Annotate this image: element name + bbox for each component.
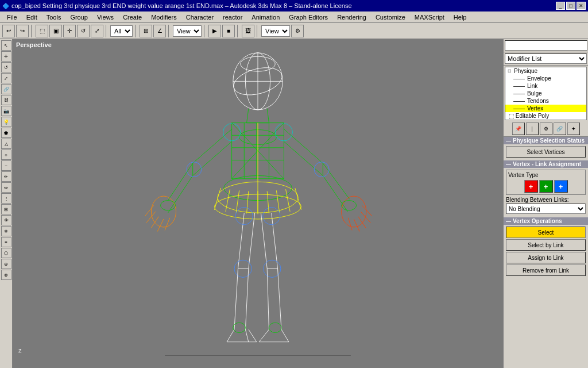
svg-line-35	[145, 205, 154, 216]
svg-line-40	[284, 129, 323, 163]
lt-freeze-btn[interactable]: ❄	[1, 226, 11, 236]
minimize-button[interactable]: _	[556, 2, 565, 10]
viewport[interactable]: Perspective .wf-green { stroke: #00cc00;…	[13, 39, 503, 368]
vertex-type-red-btn[interactable]: +	[524, 180, 538, 193]
lt-spline-btn[interactable]: ~	[1, 160, 11, 171]
angle-snap-button[interactable]: ∠	[153, 25, 166, 37]
menu-item-tools[interactable]: Tools	[42, 13, 66, 22]
svg-point-76	[233, 323, 246, 332]
svg-line-29	[193, 129, 232, 163]
star-btn[interactable]: ✦	[567, 122, 580, 135]
svg-line-30	[193, 141, 232, 175]
snap-button[interactable]: ⊞	[140, 25, 152, 37]
collapse-icon-2: —	[506, 162, 511, 167]
lt-snap-btn[interactable]: ⊞	[1, 204, 11, 214]
lt-helpers-btn[interactable]: ⬟	[1, 128, 11, 138]
config-btn[interactable]: ⚙	[540, 122, 552, 135]
undo-button[interactable]: ↩	[2, 25, 15, 37]
select-region-button[interactable]: ▣	[49, 25, 62, 37]
vertex-type-green-btn[interactable]: +	[539, 180, 553, 193]
lt-rotate-btn[interactable]: ↺	[1, 62, 11, 72]
select-vertices-button[interactable]: Select Vertices	[506, 146, 586, 158]
view-dropdown-1[interactable]: View	[173, 25, 202, 37]
play-button[interactable]: ▶	[208, 25, 221, 37]
vertex-link-header[interactable]: — Vertex - Link Assignment	[504, 160, 588, 168]
svg-line-59	[234, 269, 238, 329]
left-toolbar: ↖ ✛ ↺ ⤢ 🔗 ⛓ 📷 💡 ⬟ △ ○ ~ ✏ ⇔ ⋮ ⊞ 👁 ❄ ≡ ⬡ …	[0, 39, 13, 368]
lt-link-btn[interactable]: 🔗	[1, 84, 11, 94]
stack-item-bulge[interactable]: ——Bulge	[505, 90, 586, 97]
menu-item-reactor[interactable]: reactor	[218, 13, 247, 22]
lt-xref-btn[interactable]: ⊕	[1, 259, 11, 269]
vertex-ops-header[interactable]: — Vertex Operations	[504, 217, 588, 225]
close-button[interactable]: ✕	[577, 2, 586, 10]
lt-unlink-btn[interactable]: ⛓	[1, 95, 11, 105]
lt-camera-btn[interactable]: 📷	[1, 106, 11, 116]
menu-item-create[interactable]: Create	[118, 13, 146, 22]
stop-button[interactable]: ■	[222, 25, 235, 37]
separator-1	[31, 25, 33, 37]
lt-select-btn[interactable]: ↖	[1, 40, 11, 51]
svg-line-36	[146, 212, 156, 223]
lt-extra-btn[interactable]: ⊗	[1, 270, 11, 280]
view-dropdown-2[interactable]: View	[261, 25, 290, 37]
menu-item-views[interactable]: Views	[92, 13, 118, 22]
stack-item-envelope[interactable]: ——Envelope	[505, 75, 586, 82]
lt-hide-btn[interactable]: 👁	[1, 215, 11, 225]
lt-light-btn[interactable]: 💡	[1, 117, 11, 127]
svg-line-65	[261, 213, 267, 269]
rotate-button[interactable]: ↺	[77, 25, 90, 37]
title-text: cop_biped Setting 3rd physique 3rd END w…	[11, 2, 556, 9]
maximize-button[interactable]: □	[566, 2, 575, 10]
select-button[interactable]: Select	[506, 227, 586, 238]
menu-item-edit[interactable]: Edit	[22, 13, 42, 22]
lt-geo-btn[interactable]: △	[1, 139, 11, 149]
redo-button[interactable]: ↪	[16, 25, 29, 37]
menu-item-modifiers[interactable]: Modifiers	[146, 13, 181, 22]
svg-line-56	[249, 213, 255, 269]
object-name-input[interactable]: Object02	[505, 40, 587, 51]
assign-to-link-button[interactable]: Assign to Link	[506, 252, 586, 263]
stack-item-tendons[interactable]: ——Tendons	[505, 97, 586, 105]
blending-label: Blending Between Links:	[506, 197, 586, 203]
lt-move-btn[interactable]: ✛	[1, 51, 11, 62]
filter-dropdown[interactable]: All	[110, 25, 133, 37]
blending-select[interactable]: No Blending Linear Ease In Ease Out	[506, 204, 586, 214]
lt-shape-btn[interactable]: ○	[1, 150, 11, 160]
svg-line-44	[323, 175, 347, 212]
modifier-list-dropdown[interactable]: Modifier List	[505, 53, 587, 64]
menu-item-animation[interactable]: Animation	[247, 13, 284, 22]
separator-4	[168, 25, 171, 37]
svg-point-54	[342, 201, 357, 210]
pin-btn[interactable]: 📌	[512, 122, 525, 135]
vertex-type-blue-btn[interactable]: +	[554, 180, 568, 193]
stack-item-vertex[interactable]: ——Vertex	[505, 105, 586, 112]
view-extra-button[interactable]: ⚙	[291, 25, 304, 37]
scale-button[interactable]: ⤢	[91, 25, 103, 37]
lt-paint-btn[interactable]: ✏	[1, 171, 11, 182]
lt-array-btn[interactable]: ⋮	[1, 193, 11, 204]
menu-item-customize[interactable]: Customize	[371, 13, 410, 22]
lt-scale-btn[interactable]: ⤢	[1, 73, 11, 83]
menu-item-help[interactable]: Help	[449, 13, 471, 22]
menu-item-group[interactable]: Group	[65, 13, 92, 22]
remove-from-link-button[interactable]: Remove from Link	[506, 264, 586, 276]
move-button[interactable]: ✛	[63, 25, 76, 37]
lt-wire-btn[interactable]: ⬡	[1, 248, 11, 258]
physique-selection-header[interactable]: — Physique Selection Status	[504, 137, 588, 144]
menu-item-rendering[interactable]: Rendering	[332, 13, 371, 22]
stack-item-physique[interactable]: ⊟ Physique	[505, 67, 586, 75]
render-button[interactable]: 🖼	[242, 25, 254, 37]
select-obj-button[interactable]: ⬚	[36, 25, 48, 37]
stack-item-link[interactable]: ——Link	[505, 82, 586, 90]
chain-btn[interactable]: 🔗	[554, 122, 566, 135]
select-by-link-button[interactable]: Select by Link	[506, 239, 586, 251]
stack-item-editable-poly[interactable]: ⬚ Editable Poly	[505, 112, 586, 120]
menu-item-graph-editors[interactable]: Graph Editors	[284, 13, 332, 22]
menu-item-character[interactable]: Character	[181, 13, 218, 22]
lt-mirror-btn[interactable]: ⇔	[1, 182, 11, 193]
pipe-btn[interactable]: |	[526, 122, 539, 135]
lt-layers-btn[interactable]: ≡	[1, 237, 11, 247]
menu-item-maxscript[interactable]: MAXScript	[410, 13, 449, 22]
menu-item-file[interactable]: File	[2, 13, 22, 22]
